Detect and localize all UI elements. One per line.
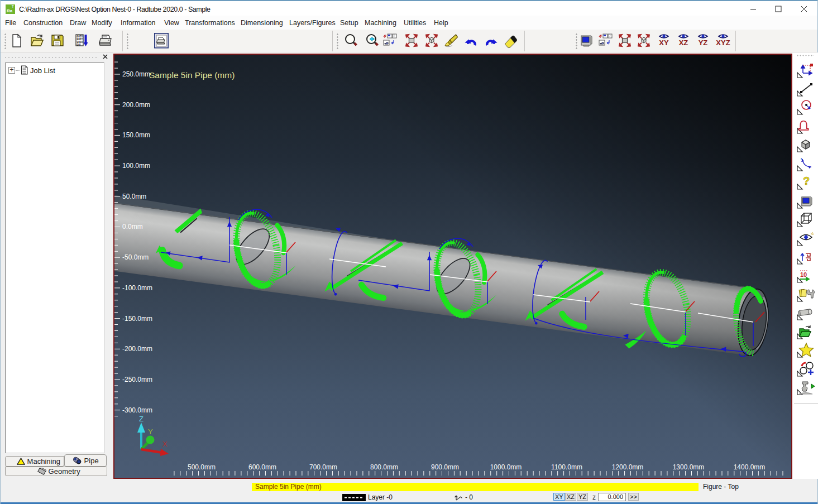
- svg-text:XZ: XZ: [679, 39, 688, 47]
- svg-text:r: r: [801, 156, 802, 161]
- svg-text:500.0mm: 500.0mm: [188, 463, 216, 471]
- svg-text:Z: Z: [139, 415, 143, 423]
- svg-text:XYZ: XYZ: [716, 39, 730, 47]
- svg-text:1200.0mm: 1200.0mm: [612, 463, 644, 471]
- svg-text:50.0mm: 50.0mm: [122, 193, 146, 200]
- svg-text:900.0mm: 900.0mm: [431, 463, 459, 471]
- svg-text:250.0mm: 250.0mm: [122, 70, 150, 78]
- svg-text:Y: Y: [148, 428, 153, 436]
- svg-text:100.0mm: 100.0mm: [122, 162, 150, 170]
- svg-text:200.0mm: 200.0mm: [122, 101, 150, 109]
- svg-text:600.0mm: 600.0mm: [248, 463, 276, 471]
- svg-text:1100.0mm: 1100.0mm: [551, 463, 582, 471]
- svg-text:YZ: YZ: [699, 39, 708, 47]
- svg-text:GO!: GO!: [77, 44, 82, 46]
- svg-text:-150.0mm: -150.0mm: [122, 315, 152, 323]
- svg-text:-100.0mm: -100.0mm: [122, 284, 152, 292]
- svg-text:-200.0mm: -200.0mm: [122, 345, 152, 353]
- svg-text:0.0mm: 0.0mm: [122, 223, 143, 231]
- svg-text:XY: XY: [659, 39, 669, 47]
- svg-text:X: X: [162, 440, 168, 448]
- svg-text:800.0mm: 800.0mm: [370, 463, 398, 471]
- svg-text:-50.0mm: -50.0mm: [122, 253, 149, 261]
- svg-text:?: ?: [803, 175, 810, 187]
- svg-text:700.0mm: 700.0mm: [309, 463, 337, 471]
- svg-text:1000.0mm: 1000.0mm: [490, 463, 522, 471]
- svg-text:150.0mm: 150.0mm: [122, 131, 150, 139]
- svg-text:-300.0mm: -300.0mm: [122, 406, 152, 414]
- svg-text:-250.0mm: -250.0mm: [122, 376, 152, 383]
- svg-text:1300.0mm: 1300.0mm: [673, 463, 705, 471]
- svg-text:1400.0mm: 1400.0mm: [734, 463, 766, 471]
- svg-text:Sample 5in Pipe (mm): Sample 5in Pipe (mm): [149, 70, 235, 80]
